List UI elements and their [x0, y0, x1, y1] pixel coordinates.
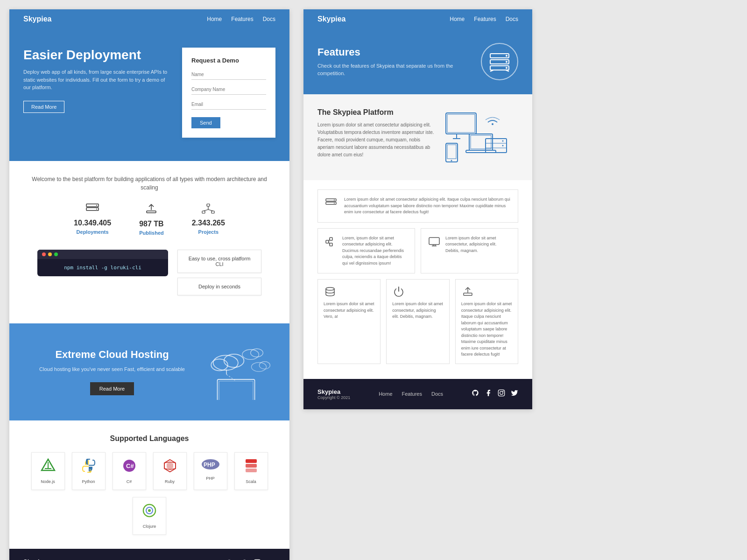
stat-projects: 2.343.265 Projects — [192, 203, 225, 236]
left-nav-features[interactable]: Features — [231, 16, 253, 22]
svg-rect-69 — [446, 143, 458, 162]
svg-point-16 — [251, 349, 263, 357]
demo-email-input[interactable] — [191, 99, 266, 110]
stat-deployments: 10.349.405 Deployments — [74, 203, 111, 236]
feature-database-icon — [324, 285, 337, 298]
left-hero: Easier Deployment Deploy web app of all … — [9, 29, 289, 161]
csharp-label: C# — [119, 479, 140, 484]
svg-rect-6 — [202, 211, 205, 213]
left-nav-docs[interactable]: Docs — [263, 16, 275, 22]
platform-section: The Skypiea Platform Lorem ipsum dolor s… — [303, 94, 532, 180]
stats-tagline: Welcome to the best platform for buildin… — [23, 175, 275, 192]
right-nav-features[interactable]: Features — [474, 16, 496, 22]
svg-point-63 — [492, 123, 493, 125]
platform-illustration — [444, 108, 518, 166]
platform-text: The Skypiea Platform Lorem ipsum dolor s… — [317, 108, 434, 159]
stats-row: 10.349.405 Deployments 987 TB Published — [23, 203, 275, 236]
feature-monitor-icon — [428, 235, 441, 248]
svg-point-67 — [502, 140, 504, 142]
svg-point-15 — [242, 350, 259, 359]
svg-text:PHP: PHP — [204, 462, 215, 468]
right-footer-docs[interactable]: Docs — [431, 391, 443, 397]
right-footer-home[interactable]: Home — [379, 391, 392, 397]
clojure-label: Clojure — [139, 524, 160, 529]
demo-name-input[interactable] — [191, 70, 266, 80]
feature-upload-icon — [461, 285, 474, 298]
svg-point-12 — [224, 354, 244, 367]
cloud-read-more-button[interactable]: Read More — [90, 382, 134, 395]
svg-rect-57 — [447, 114, 475, 133]
right-nav-home[interactable]: Home — [450, 16, 465, 22]
svg-rect-7 — [211, 211, 214, 213]
svg-rect-81 — [429, 238, 439, 245]
feature-card-full-1: Lorem ipsum dolor sit amet consectetur a… — [317, 189, 518, 223]
right-nav-docs[interactable]: Docs — [506, 16, 518, 22]
terminal-cli-section: npm install -g loruki-cli Easy to use, c… — [23, 250, 275, 309]
left-footer-brand: Skypiea — [23, 558, 56, 560]
read-more-button[interactable]: Read More — [23, 101, 64, 113]
right-footer-features[interactable]: Features — [402, 391, 422, 397]
stat-published: 987 TB Published — [139, 203, 164, 236]
cli-features: Easy to use, cross platform CLI Deploy i… — [177, 250, 261, 295]
hero-text-block: Easier Deployment Deploy web app of all … — [23, 48, 182, 113]
languages-grid: Node.js Python — [23, 452, 275, 535]
features-title: Features — [317, 46, 481, 58]
demo-send-button[interactable]: Send — [191, 117, 220, 128]
terminal-body: npm install -g loruki-cli — [37, 259, 168, 276]
svg-line-23 — [226, 374, 236, 381]
left-nav-brand: Skypiea — [23, 15, 51, 23]
lang-csharp: C# C# — [113, 452, 146, 490]
feature-text-3: Lorem ipsum dolor sit amet consectetur, … — [445, 235, 511, 254]
features-cards: Lorem ipsum dolor sit amet consectetur a… — [303, 180, 532, 379]
demo-company-input[interactable] — [191, 84, 266, 95]
lang-clojure: Clojure — [133, 497, 166, 535]
platform-description: Lorem ipsum dolor sit amet consectetur a… — [317, 121, 434, 159]
svg-point-74 — [334, 200, 335, 201]
languages-title: Supported Languages — [23, 434, 275, 443]
feature-card-row-2: Lorem ipsum dolor sit amet consectetur a… — [317, 279, 518, 364]
right-nav-brand: Skypiea — [317, 15, 345, 23]
right-github-icon[interactable] — [472, 389, 479, 399]
cli-feature-2: Deploy in seconds — [177, 278, 261, 295]
right-footer-brand-block: Skypiea Copyright © 2021 — [317, 388, 350, 400]
svg-point-85 — [326, 287, 334, 290]
svg-point-53 — [506, 67, 507, 69]
left-page: Skypiea Home Features Docs Easier Deploy… — [9, 9, 289, 560]
lang-python: Python — [72, 452, 106, 490]
svg-point-44 — [148, 509, 151, 512]
left-nav: Skypiea Home Features Docs — [9, 9, 289, 29]
lang-php: PHP PHP — [194, 452, 227, 490]
terminal-dot-red — [42, 252, 46, 256]
left-footer-brand-block: Skypiea Copyright © 2021 — [23, 558, 56, 560]
feature-network-icon — [324, 235, 338, 248]
scala-icon — [240, 458, 262, 476]
features-hero: Features Check out the features of Skypi… — [303, 29, 532, 94]
svg-rect-70 — [447, 145, 456, 159]
ruby-label: Ruby — [159, 479, 181, 484]
projects-number: 2.343.265 — [192, 219, 225, 227]
features-description: Check out the features of Skypiea that s… — [317, 62, 481, 77]
svg-rect-41 — [246, 469, 257, 472]
right-page: Skypiea Home Features Docs Features Chec… — [303, 9, 532, 409]
left-nav-home[interactable]: Home — [207, 16, 222, 22]
right-instagram-icon[interactable] — [498, 389, 505, 399]
demo-card-title: Request a Demo — [191, 57, 266, 64]
right-footer-brand: Skypiea — [317, 388, 350, 395]
svg-rect-61 — [471, 135, 491, 149]
languages-section: Supported Languages Node.js — [9, 420, 289, 549]
feature-power-icon — [392, 285, 405, 298]
feature-text-5: Lorem ipsum dolor sit amet consectetur, … — [392, 301, 443, 320]
svg-rect-39 — [246, 459, 257, 463]
cloud-text: Extreme Cloud Hosting Cloud hosting like… — [23, 349, 201, 396]
csharp-icon: C# — [119, 458, 140, 476]
right-twitter-icon[interactable] — [511, 389, 518, 399]
feature-card-third-1: Lorem ipsum dolor sit amet consectetur a… — [317, 279, 381, 364]
terminal-dot-yellow — [48, 252, 52, 256]
svg-rect-88 — [498, 390, 504, 396]
svg-point-18 — [259, 362, 270, 369]
right-nav: Skypiea Home Features Docs — [303, 9, 532, 29]
cloud-section: Extreme Cloud Hosting Cloud hosting like… — [9, 323, 289, 420]
right-nav-links: Home Features Docs — [450, 16, 518, 22]
right-facebook-icon[interactable] — [485, 389, 492, 399]
svg-point-68 — [502, 145, 504, 147]
